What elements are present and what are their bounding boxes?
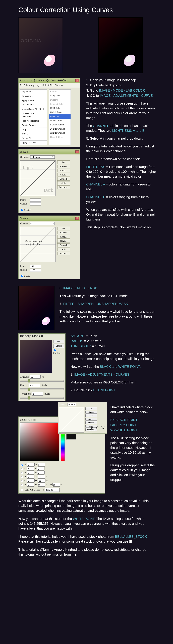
ok-button[interactable]: OK (57, 227, 70, 230)
mode-submenu[interactable]: Bitmap Grayscale Duotone Indexed Color R… (49, 90, 71, 145)
submenu-item[interactable]: Grayscale (49, 94, 71, 98)
channel-select[interactable]: Lightness (30, 156, 55, 158)
ok-button[interactable]: OK (53, 340, 64, 344)
submenu-item[interactable]: 32 Bits/Channel (49, 131, 71, 135)
b-radio[interactable] (21, 472, 23, 474)
menu-item[interactable]: Adjustments (20, 90, 47, 94)
webcolors-checkbox[interactable] (21, 489, 23, 491)
annotation-note: Move these tabs to adjust color (25, 240, 42, 246)
curves-dialog-lightness: Curves × Channel: Lightness Light Dark O… (18, 149, 80, 213)
bl-input[interactable] (27, 483, 35, 486)
curve-graph[interactable]: Move these tabs to adjust color (20, 227, 56, 262)
options-button[interactable]: Options... (57, 186, 70, 189)
step-9: 9. Double click BLACK POINT (71, 388, 156, 393)
channel-label: Channel: (20, 222, 29, 224)
smooth-button[interactable]: Smooth (57, 243, 70, 247)
preview-checkbox[interactable] (54, 349, 56, 351)
save-button[interactable]: Save... (85, 418, 97, 421)
curve-graph[interactable] (59, 407, 84, 432)
ok-button[interactable]: OK (85, 407, 97, 410)
menubar[interactable]: File Edit Image Layer Select Filter View… (19, 83, 80, 88)
load-button[interactable]: Load... (57, 235, 70, 238)
submenu-item[interactable]: Indexed Color (49, 102, 71, 106)
preview-checkbox[interactable] (21, 209, 23, 211)
ok-button[interactable]: OK (57, 160, 70, 164)
submenu-item[interactable]: RGB Color (49, 106, 71, 110)
c-input[interactable] (38, 475, 45, 478)
menu-item[interactable]: Pixel Aspect Ratio (20, 119, 47, 123)
r-radio[interactable] (21, 476, 23, 478)
save-button[interactable]: Save... (57, 239, 70, 243)
menu-item[interactable]: Rotate Canvas (20, 123, 47, 128)
submenu-item[interactable]: CMYK Color (49, 110, 71, 114)
g-radio[interactable] (21, 480, 23, 482)
menu-item[interactable]: Apply Image... (20, 98, 47, 103)
image-menu[interactable]: Adjustments Duplicate... Apply Image... … (20, 90, 47, 145)
channel-select[interactable]: RGB (68, 403, 76, 406)
paragraph: I have indicated where black and white p… (110, 405, 156, 414)
auto-button[interactable]: Auto (57, 248, 70, 251)
bv-input[interactable] (27, 471, 35, 474)
s-radio[interactable] (21, 468, 23, 470)
submenu-item[interactable]: Bitmap (49, 90, 71, 94)
menu-item[interactable]: Image Size... Alt+Ctrl+I (20, 107, 47, 112)
threshold-slider[interactable] (20, 397, 64, 399)
m-input[interactable] (38, 479, 46, 482)
close-icon[interactable]: × (41, 334, 43, 338)
menu-item[interactable]: Crop (20, 128, 47, 132)
input-field[interactable] (30, 265, 41, 268)
channel-select[interactable]: a (30, 222, 55, 225)
cancel-button[interactable]: Cancel (53, 344, 64, 348)
y-input[interactable] (38, 483, 45, 486)
radius-slider[interactable] (20, 388, 64, 390)
load-button[interactable]: Load... (57, 169, 70, 172)
h-input[interactable] (27, 463, 35, 466)
r-input[interactable] (27, 475, 35, 478)
instructions-col-3: AMOUNT = 150% RADIUS = 2.0 pixels THRESH… (71, 334, 156, 401)
curve-graph[interactable]: Light Dark (20, 160, 56, 196)
menu-item[interactable]: Canvas Size... Alt+Ctrl+C (20, 112, 47, 119)
close-icon[interactable]: × (75, 79, 79, 82)
s-input[interactable] (27, 467, 34, 470)
submenu-item[interactable]: Multichannel (49, 118, 71, 123)
submenu-item[interactable]: Duotone (49, 98, 71, 102)
step-8: 8. IMAGE - ADJUSTMENTS - CURVES (71, 372, 156, 377)
input-field[interactable] (30, 198, 41, 202)
k-input[interactable] (53, 483, 60, 486)
load-button[interactable]: Load... (85, 414, 97, 417)
menu-item[interactable]: Calculations... (20, 103, 47, 107)
output-field[interactable] (30, 202, 41, 206)
amount-input[interactable] (30, 375, 41, 379)
save-button[interactable]: Save... (57, 173, 70, 176)
hex-input[interactable] (45, 488, 60, 492)
cancel-button[interactable]: Cancel (57, 165, 70, 168)
output-field[interactable] (30, 268, 41, 272)
threshold-input[interactable] (32, 392, 43, 396)
menu-item[interactable]: Trim... (20, 132, 47, 136)
smooth-button[interactable]: Smooth (57, 177, 70, 181)
lab-b-input[interactable] (37, 471, 45, 474)
cancel-button[interactable]: Cancel (85, 411, 97, 414)
saturation-field[interactable] (20, 422, 59, 461)
menu-item[interactable]: Apply Data Set... (20, 140, 47, 145)
options-button[interactable]: Options... (57, 252, 70, 255)
menu-item[interactable]: Duplicate... (20, 94, 47, 98)
preview-checkbox[interactable] (21, 275, 23, 277)
smooth-button[interactable]: Smooth (85, 421, 97, 424)
amount-slider[interactable] (20, 380, 64, 382)
menu-item[interactable]: Reveal All (20, 136, 47, 140)
cancel-button[interactable]: Cancel (57, 231, 70, 234)
close-icon[interactable]: × (75, 217, 79, 220)
submenu-item-lab[interactable]: Lab Color (49, 114, 71, 118)
bl-radio[interactable] (21, 484, 23, 486)
submenu-item[interactable]: 8 Bits/Channel (49, 123, 71, 127)
submenu-item[interactable]: 16 Bits/Channel (49, 127, 71, 131)
h-radio[interactable] (21, 464, 23, 466)
close-icon[interactable]: × (75, 150, 79, 154)
g-input[interactable] (27, 479, 35, 482)
a-input[interactable] (37, 467, 45, 470)
submenu-item[interactable]: Color Table... (49, 135, 71, 139)
radius-input[interactable] (29, 384, 40, 387)
auto-button[interactable]: Auto (57, 181, 70, 185)
l-input[interactable] (38, 463, 45, 466)
